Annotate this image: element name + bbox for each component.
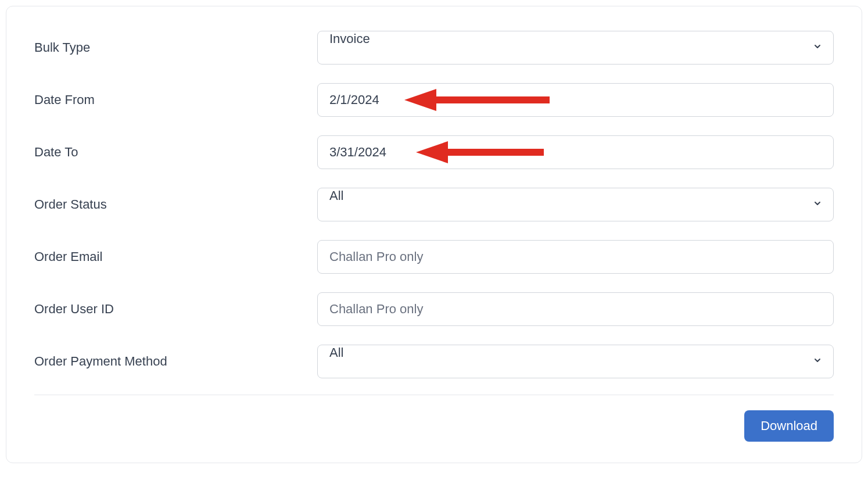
select-bulk-type[interactable]: Invoice (317, 31, 834, 65)
label-order-email: Order Email (34, 249, 317, 264)
label-bulk-type: Bulk Type (34, 40, 317, 55)
select-wrap-order-payment-method: All (317, 345, 834, 378)
select-wrap-order-status: All (317, 188, 834, 221)
bulk-download-form: Bulk Type Invoice Date From Date To (6, 6, 862, 463)
input-wrap-date-to (317, 135, 834, 169)
input-date-from[interactable] (317, 83, 834, 117)
label-date-from: Date From (34, 92, 317, 108)
label-order-status: Order Status (34, 197, 317, 212)
row-bulk-type: Bulk Type Invoice (34, 31, 834, 65)
row-date-to: Date To (34, 135, 834, 169)
input-wrap-order-email (317, 240, 834, 274)
input-order-email[interactable] (317, 240, 834, 274)
select-order-status[interactable]: All (317, 188, 834, 221)
select-wrap-bulk-type: Invoice (317, 31, 834, 65)
download-button[interactable]: Download (744, 410, 834, 442)
form-divider (34, 395, 834, 395)
input-order-user-id[interactable] (317, 292, 834, 326)
input-date-to[interactable] (317, 135, 834, 169)
row-order-email: Order Email (34, 240, 834, 274)
row-order-user-id: Order User ID (34, 292, 834, 326)
row-order-status: Order Status All (34, 188, 834, 221)
input-wrap-order-user-id (317, 292, 834, 326)
label-order-user-id: Order User ID (34, 302, 317, 317)
input-wrap-date-from (317, 83, 834, 117)
form-footer: Download (34, 410, 834, 442)
row-order-payment-method: Order Payment Method All (34, 345, 834, 378)
label-order-payment-method: Order Payment Method (34, 354, 317, 369)
label-date-to: Date To (34, 145, 317, 160)
select-order-payment-method[interactable]: All (317, 345, 834, 378)
row-date-from: Date From (34, 83, 834, 117)
